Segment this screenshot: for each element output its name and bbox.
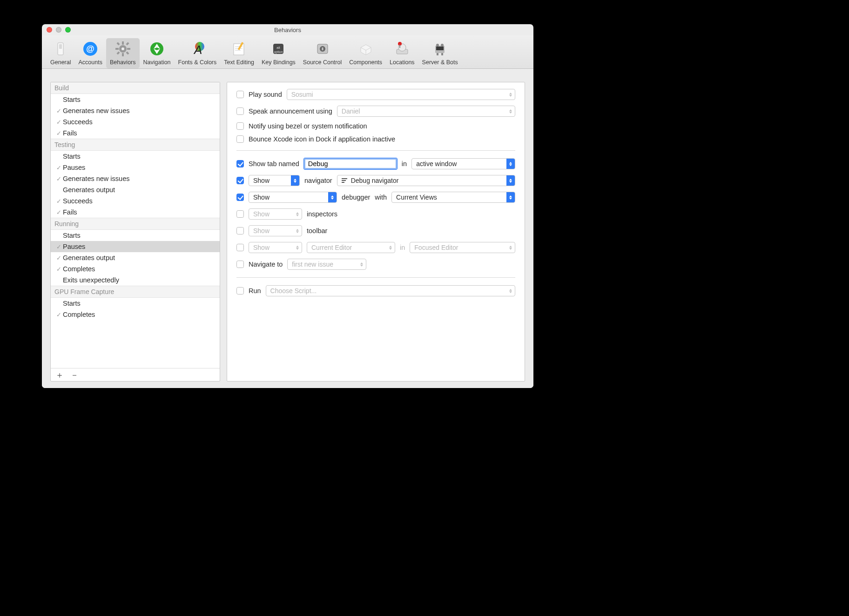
toolbar-general[interactable]: General bbox=[47, 38, 74, 68]
navigate-target-popup[interactable]: first new issue bbox=[287, 259, 366, 270]
remove-behavior-button[interactable]: － bbox=[70, 369, 79, 381]
show-tab-scope-popup[interactable]: active window bbox=[411, 158, 515, 169]
toolbar-checkbox[interactable] bbox=[236, 227, 244, 234]
sidebar-item-succeeds[interactable]: ✓Succeeds bbox=[51, 195, 220, 207]
speak-voice-popup[interactable]: Daniel bbox=[337, 106, 515, 117]
run-script-popup[interactable]: Choose Script... bbox=[266, 285, 515, 296]
sidebar-item-label: Starts bbox=[63, 96, 81, 103]
sidebar-item-pauses[interactable]: ✓Pauses bbox=[51, 241, 220, 252]
toolbar-behaviors[interactable]: Behaviors bbox=[106, 38, 140, 68]
toolbar-textedit[interactable]: Text Editing bbox=[220, 38, 258, 68]
sidebar-item-exits-unexpectedly[interactable]: Exits unexpectedly bbox=[51, 275, 220, 286]
run-checkbox[interactable] bbox=[236, 287, 244, 295]
bounce-checkbox[interactable] bbox=[236, 135, 244, 143]
body: BuildStarts✓Generates new issues✓Succeed… bbox=[42, 69, 533, 388]
sidebar-group-running: Running bbox=[51, 218, 220, 230]
toolbar-accounts[interactable]: @Accounts bbox=[74, 38, 106, 68]
sidebar-item-completes[interactable]: ✓Completes bbox=[51, 309, 220, 320]
show-navigator-checkbox[interactable] bbox=[236, 177, 244, 184]
minimize-button[interactable] bbox=[56, 27, 61, 33]
play-sound-checkbox[interactable] bbox=[236, 91, 244, 98]
svg-rect-39 bbox=[342, 180, 346, 181]
sidebar-item-label: Generates new issues bbox=[63, 175, 129, 182]
show-debugger-checkbox[interactable] bbox=[236, 194, 244, 201]
editor-which-popup[interactable]: Current Editor bbox=[307, 242, 395, 253]
editor-scope-value: Focused Editor bbox=[414, 244, 458, 251]
svg-rect-33 bbox=[436, 47, 444, 50]
run-script-value: Choose Script... bbox=[270, 287, 317, 295]
server-icon bbox=[431, 40, 449, 58]
debugger-label: debugger bbox=[342, 194, 370, 201]
behavior-detail: Play sound Sosumi Speak announcement usi… bbox=[227, 82, 525, 382]
source-icon bbox=[314, 40, 331, 58]
sidebar-item-generates-new-issues[interactable]: ✓Generates new issues bbox=[51, 173, 220, 184]
speak-checkbox[interactable] bbox=[236, 107, 244, 115]
add-behavior-button[interactable]: ＋ bbox=[55, 369, 64, 381]
toolbar-label: Navigation bbox=[143, 59, 171, 66]
traffic-lights bbox=[47, 27, 71, 33]
show-tab-checkbox[interactable] bbox=[236, 160, 244, 167]
toolbar-server[interactable]: Server & Bots bbox=[418, 38, 462, 68]
toolbar-label: Server & Bots bbox=[422, 59, 458, 66]
toolbar-navigation[interactable]: Navigation bbox=[140, 38, 175, 68]
show-tab-name-field[interactable] bbox=[304, 158, 397, 169]
navigate-target-value: first new issue bbox=[292, 261, 333, 268]
editor-checkbox[interactable] bbox=[236, 244, 244, 251]
behaviors-list[interactable]: BuildStarts✓Generates new issues✓Succeed… bbox=[51, 82, 220, 368]
debugger-views-popup[interactable]: Current Views bbox=[391, 192, 515, 203]
editor-action-value: Show bbox=[253, 244, 270, 251]
sidebar-item-label: Generates new issues bbox=[63, 107, 129, 114]
check-icon: ✓ bbox=[54, 243, 63, 250]
sidebar-item-starts[interactable]: Starts bbox=[51, 230, 220, 241]
sidebar-item-generates-output[interactable]: ✓Generates output bbox=[51, 252, 220, 263]
sidebar-item-generates-output[interactable]: Generates output bbox=[51, 184, 220, 195]
toolbar-fonts[interactable]: AFonts & Colors bbox=[175, 38, 221, 68]
inspectors-row: Show inspectors bbox=[236, 208, 515, 220]
toolbar-keybind[interactable]: altoptionKey Bindings bbox=[258, 38, 299, 68]
check-icon: ✓ bbox=[54, 254, 63, 261]
close-button[interactable] bbox=[47, 27, 52, 33]
notify-label: Notify using bezel or system notificatio… bbox=[249, 122, 367, 130]
window-title: Behaviors bbox=[274, 27, 301, 33]
sidebar-item-starts[interactable]: Starts bbox=[51, 94, 220, 105]
sidebar-item-completes[interactable]: ✓Completes bbox=[51, 263, 220, 275]
sidebar-item-succeeds[interactable]: ✓Succeeds bbox=[51, 116, 220, 127]
inspectors-action-popup[interactable]: Show bbox=[249, 208, 302, 220]
inspectors-checkbox[interactable] bbox=[236, 210, 244, 218]
sidebar-item-generates-new-issues[interactable]: ✓Generates new issues bbox=[51, 105, 220, 116]
show-navigator-action-value: Show bbox=[253, 177, 270, 184]
sidebar-item-starts[interactable]: Starts bbox=[51, 298, 220, 309]
svg-text:@: @ bbox=[86, 44, 94, 54]
svg-rect-27 bbox=[322, 47, 323, 50]
show-debugger-action-popup[interactable]: Show bbox=[249, 192, 337, 203]
svg-rect-8 bbox=[127, 48, 130, 50]
svg-text:A: A bbox=[193, 43, 202, 57]
toolbar-label: Behaviors bbox=[110, 59, 136, 66]
toolbar-components[interactable]: Components bbox=[345, 38, 386, 68]
navigator-popup[interactable]: Debug navigator bbox=[337, 175, 515, 186]
notify-checkbox[interactable] bbox=[236, 122, 244, 130]
show-navigator-action-popup[interactable]: Show bbox=[249, 175, 300, 186]
sidebar-item-starts[interactable]: Starts bbox=[51, 151, 220, 162]
svg-rect-5 bbox=[122, 41, 124, 45]
navigate-checkbox[interactable] bbox=[236, 261, 244, 268]
editor-scope-popup[interactable]: Focused Editor bbox=[410, 242, 515, 253]
play-sound-popup[interactable]: Sosumi bbox=[287, 89, 515, 100]
check-icon: ✓ bbox=[54, 266, 63, 273]
check-icon: ✓ bbox=[54, 198, 63, 205]
toolbar-locations[interactable]: Locations bbox=[386, 38, 418, 68]
svg-rect-38 bbox=[342, 178, 347, 179]
toolbar-row: Show toolbar bbox=[236, 225, 515, 236]
toolbar-action-popup[interactable]: Show bbox=[249, 225, 302, 236]
titlebar: Behaviors bbox=[42, 24, 533, 35]
sidebar-item-pauses[interactable]: ✓Pauses bbox=[51, 162, 220, 173]
svg-point-34 bbox=[436, 44, 439, 47]
toolbar-source[interactable]: Source Control bbox=[299, 38, 345, 68]
sidebar-item-fails[interactable]: ✓Fails bbox=[51, 127, 220, 139]
behaviors-sidebar: BuildStarts✓Generates new issues✓Succeed… bbox=[50, 82, 220, 382]
toolbar-label: Text Editing bbox=[224, 59, 254, 66]
sidebar-item-label: Pauses bbox=[63, 164, 85, 171]
sidebar-item-fails[interactable]: ✓Fails bbox=[51, 207, 220, 218]
zoom-button[interactable] bbox=[65, 27, 71, 33]
editor-action-popup[interactable]: Show bbox=[249, 242, 302, 253]
